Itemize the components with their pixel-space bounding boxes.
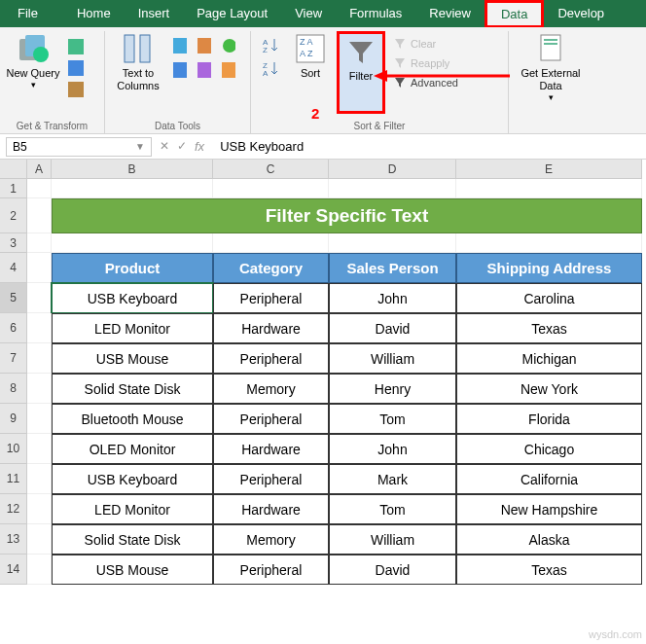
cell-A9[interactable]: [27, 404, 52, 434]
table-cell[interactable]: California: [456, 464, 642, 494]
chevron-down-icon[interactable]: ▼: [135, 141, 145, 152]
row-header-6[interactable]: 6: [0, 313, 27, 343]
tab-data[interactable]: Data: [484, 0, 544, 27]
table-cell[interactable]: New Hampshire: [456, 494, 642, 524]
table-cell[interactable]: Peripheral: [213, 464, 329, 494]
cell-A12[interactable]: [27, 494, 52, 524]
table-cell[interactable]: Tom: [329, 404, 456, 434]
tab-file[interactable]: File: [0, 0, 55, 27]
row-header-12[interactable]: 12: [0, 494, 27, 524]
table-cell[interactable]: Peripheral: [213, 283, 329, 313]
row-header-3[interactable]: 3: [0, 233, 27, 253]
row-header-1[interactable]: 1: [0, 179, 27, 198]
tab-view[interactable]: View: [281, 0, 336, 27]
cell-A7[interactable]: [27, 343, 52, 374]
table-cell[interactable]: Hardware: [213, 313, 329, 343]
cell-A4[interactable]: [27, 253, 52, 283]
tab-developer[interactable]: Develop: [544, 0, 618, 27]
table-cell[interactable]: William: [329, 524, 456, 555]
table-cell[interactable]: LED Monitor: [52, 494, 213, 524]
enter-icon[interactable]: ✓: [177, 139, 187, 154]
table-cell[interactable]: USB Mouse: [52, 343, 213, 374]
table-header[interactable]: Shipping Address: [456, 253, 642, 283]
cell-B3[interactable]: [52, 233, 213, 253]
table-cell[interactable]: Peripheral: [213, 343, 329, 374]
tab-home[interactable]: Home: [63, 0, 125, 27]
table-cell[interactable]: Peripheral: [213, 404, 329, 434]
flash-fill-icon[interactable]: [169, 35, 191, 56]
row-header-11[interactable]: 11: [0, 464, 27, 494]
select-all-corner[interactable]: [0, 160, 27, 179]
cancel-icon[interactable]: ✕: [160, 139, 169, 154]
cell-D1[interactable]: [329, 179, 456, 198]
table-cell[interactable]: USB Keyboard: [52, 464, 213, 494]
cell-A8[interactable]: [27, 374, 52, 404]
new-query-button[interactable]: New Query ▾: [6, 31, 60, 114]
formula-bar[interactable]: USB Keyboard: [212, 137, 646, 156]
relationships-icon[interactable]: [194, 59, 215, 81]
sort-desc-icon[interactable]: ZA: [257, 58, 284, 80]
clear-filter-button[interactable]: Clear: [389, 35, 462, 53]
column-header-B[interactable]: B: [52, 160, 213, 179]
row-header-14[interactable]: 14: [0, 555, 27, 585]
table-cell[interactable]: Memory: [213, 374, 329, 404]
cell-E1[interactable]: [456, 179, 642, 198]
table-cell[interactable]: William: [329, 343, 456, 374]
cell-A11[interactable]: [27, 464, 52, 494]
column-header-D[interactable]: D: [329, 160, 456, 179]
data-model-icon[interactable]: [218, 59, 239, 81]
fx-icon[interactable]: fx: [195, 139, 204, 154]
row-header-4[interactable]: 4: [0, 253, 27, 283]
cell-A3[interactable]: [27, 233, 52, 253]
column-header-C[interactable]: C: [213, 160, 329, 179]
data-val-icon[interactable]: [218, 35, 239, 56]
sort-asc-icon[interactable]: AZ: [257, 35, 284, 56]
tab-page-layout[interactable]: Page Layout: [183, 0, 281, 27]
row-header-7[interactable]: 7: [0, 343, 27, 374]
cell-C1[interactable]: [213, 179, 329, 198]
table-cell[interactable]: John: [329, 434, 456, 464]
table-cell[interactable]: Bluetooth Mouse: [52, 404, 213, 434]
table-cell[interactable]: David: [329, 313, 456, 343]
cell-A5[interactable]: [27, 283, 52, 313]
row-header-8[interactable]: 8: [0, 374, 27, 404]
table-cell[interactable]: David: [329, 555, 456, 585]
row-header-5[interactable]: 5: [0, 283, 27, 313]
table-cell[interactable]: USB Keyboard: [52, 283, 213, 313]
table-cell[interactable]: Tom: [329, 494, 456, 524]
table-cell[interactable]: Solid State Disk: [52, 374, 213, 404]
table-cell[interactable]: USB Mouse: [52, 555, 213, 585]
remove-dup-icon[interactable]: [194, 35, 215, 56]
table-cell[interactable]: Carolina: [456, 283, 642, 313]
table-cell[interactable]: LED Monitor: [52, 313, 213, 343]
table-cell[interactable]: OLED Monitor: [52, 434, 213, 464]
name-box[interactable]: B5 ▼: [6, 137, 152, 157]
table-cell[interactable]: Hardware: [213, 494, 329, 524]
table-header[interactable]: Category: [213, 253, 329, 283]
row-header-13[interactable]: 13: [0, 524, 27, 555]
connections-icon[interactable]: [64, 58, 88, 78]
row-header-10[interactable]: 10: [0, 434, 27, 464]
table-cell[interactable]: Henry: [329, 374, 456, 404]
table-cell[interactable]: Michigan: [456, 343, 642, 374]
cell-A14[interactable]: [27, 555, 52, 585]
get-external-data-button[interactable]: Get External Data ▾: [515, 31, 587, 114]
consolidate-icon[interactable]: [169, 59, 191, 81]
tab-review[interactable]: Review: [415, 0, 484, 27]
table-cell[interactable]: Hardware: [213, 434, 329, 464]
row-header-2[interactable]: 2: [0, 198, 27, 233]
table-cell[interactable]: Memory: [213, 524, 329, 555]
table-cell[interactable]: Peripheral: [213, 555, 329, 585]
cell-D3[interactable]: [329, 233, 456, 253]
cell-A6[interactable]: [27, 313, 52, 343]
title-cell[interactable]: Filter Specific Text: [52, 198, 642, 233]
table-cell[interactable]: Mark: [329, 464, 456, 494]
table-cell[interactable]: Solid State Disk: [52, 524, 213, 555]
cell-A2[interactable]: [27, 198, 52, 233]
table-cell[interactable]: Texas: [456, 555, 642, 585]
table-cell[interactable]: Alaska: [456, 524, 642, 555]
sort-button[interactable]: Z AA Z Sort: [288, 31, 333, 114]
tab-insert[interactable]: Insert: [125, 0, 184, 27]
cell-A13[interactable]: [27, 524, 52, 555]
cell-A1[interactable]: [27, 179, 52, 198]
